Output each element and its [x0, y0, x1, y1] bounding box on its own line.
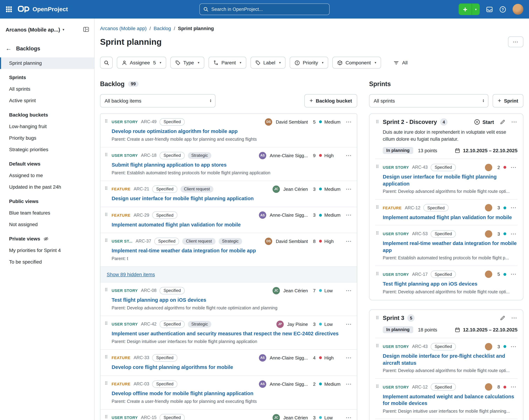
start-sprint-button[interactable]: Start [474, 119, 494, 125]
drag-handle-icon[interactable]: ⠿ [104, 414, 108, 420]
help-icon[interactable]: ? [499, 6, 506, 13]
user-avatar[interactable] [513, 4, 523, 15]
notifications-inbox-icon[interactable] [486, 6, 493, 13]
sidebar-item-to-be-specified[interactable]: To be specified [0, 256, 94, 268]
work-item-row[interactable]: ⠿FEATUREARC-29SpecifiedASAnne-Claire Sig… [100, 207, 357, 233]
more-menu-button[interactable]: ⋯ [510, 164, 517, 170]
sidebar-item-updated-in-the-past-24h[interactable]: Updated in the past 24h [0, 181, 94, 193]
sidebar-item-assigned-to-me[interactable]: Assigned to me [0, 170, 94, 181]
more-menu-button[interactable]: ⋯ [345, 415, 353, 420]
work-item-title-link[interactable]: Design user interface for mobile flight … [383, 174, 517, 187]
drag-handle-icon[interactable]: ⠿ [375, 343, 380, 374]
openproject-logo[interactable]: OpenProject [18, 6, 68, 13]
work-item-title-link[interactable]: Implement real-time weather data integra… [112, 248, 353, 255]
filter-label[interactable]: Label▾ [250, 57, 286, 68]
more-menu-button[interactable]: ⋯ [345, 238, 353, 244]
add-sprint-button[interactable]: +Sprint [492, 94, 523, 108]
work-item-row[interactable]: ⠿USER STORYARC-08SpecifiedJCJean Cérien7… [100, 283, 357, 316]
work-item-title-link[interactable]: Implement automated weight and balance c… [383, 393, 517, 407]
sidebar-item-sprint-planning[interactable]: Sprint planning [0, 57, 94, 69]
work-item-row[interactable]: ⠿USER STORYARC-43Specified2⋯Design user … [375, 159, 517, 199]
drag-handle-icon[interactable]: ⠿ [104, 287, 108, 311]
breadcrumb-project-link[interactable]: Arcanos (Mobile app) [100, 26, 146, 31]
collapse-sidebar-icon[interactable] [83, 26, 89, 33]
sidebar-item-all-sprints[interactable]: All sprints [0, 83, 94, 95]
more-menu-button[interactable]: ⋯ [345, 152, 353, 158]
edit-sprint-icon[interactable] [500, 315, 505, 321]
search-input[interactable] [211, 7, 326, 12]
work-item-row[interactable]: ⠿USER STORYARC-15SpecifiedJCJean Cérien3… [100, 409, 357, 420]
work-item-row[interactable]: ⠿USER STORYARC-49SpecifiedDSDavid Sembla… [100, 114, 357, 147]
work-item-title-link[interactable]: Design user interface for mobile flight … [112, 195, 353, 202]
drag-handle-icon[interactable]: ⠿ [375, 315, 380, 321]
show-hidden-items-link[interactable]: Show 89 hidden items [107, 272, 155, 277]
sidebar-item-low-hanging-fruit[interactable]: Low-hanging fruit [0, 121, 94, 132]
sidebar-item-priority-bugs[interactable]: Priority bugs [0, 132, 94, 144]
drag-handle-icon[interactable]: ⠿ [104, 212, 108, 228]
work-item-row[interactable]: ⠿USER STORYARC-17Specified5⋯Test flight … [375, 266, 517, 299]
more-menu-button[interactable]: ⋯ [345, 321, 353, 327]
drag-handle-icon[interactable]: ⠿ [375, 164, 380, 195]
sidebar-item-active-sprint[interactable]: Active sprint [0, 95, 94, 106]
drag-handle-icon[interactable]: ⠿ [104, 186, 108, 202]
work-item-title-link[interactable]: Submit flight planning application to ap… [112, 162, 353, 169]
work-item-row[interactable]: ⠿USER STORYARC-53Specified3⋯Implement re… [375, 225, 517, 266]
work-item-title-link[interactable]: Develop offline mode for mobile flight p… [112, 390, 353, 397]
chevron-down-icon[interactable]: ▾ [472, 3, 480, 15]
filter-all[interactable]: All [394, 60, 408, 66]
drag-handle-icon[interactable]: ⠿ [104, 119, 108, 142]
app-grid-icon[interactable] [6, 6, 12, 13]
work-item-row[interactable]: ⠿FEATUREARC-21SpecifiedClient requestJCJ… [100, 181, 357, 207]
work-item-row[interactable]: ⠿USER STORYARC-42SpecifiedStrategicJPJay… [100, 316, 357, 350]
filter-type[interactable]: Type▾ [170, 57, 204, 68]
work-item-row[interactable]: ⠿USER STORYARC-18SpecifiedStrategicASAnn… [100, 147, 357, 181]
quick-add-button[interactable]: +▾ [459, 3, 480, 15]
work-item-row[interactable]: ⠿USER STORYARC-43Specified3⋯Design mobil… [375, 338, 517, 378]
work-item-row[interactable]: ⠿FEATUREARC-03SpecifiedASAnne-Claire Sig… [100, 376, 357, 409]
work-item-row[interactable]: ⠿FEATUREARC-33SpecifiedASAnne-Claire Sig… [100, 350, 357, 376]
filter-component[interactable]: Component▾ [332, 57, 381, 68]
drag-handle-icon[interactable]: ⠿ [104, 152, 108, 176]
sidebar-item-blue-team-features[interactable]: Blue team features [0, 207, 94, 219]
more-menu-button[interactable]: ⋯ [511, 119, 517, 125]
drag-handle-icon[interactable]: ⠿ [104, 321, 108, 345]
filter-parent[interactable]: Parent▾ [209, 57, 246, 68]
drag-handle-icon[interactable]: ⠿ [375, 205, 380, 221]
more-menu-button[interactable]: ⋯ [345, 186, 353, 192]
work-item-title-link[interactable]: Implement user authentication and securi… [112, 331, 353, 338]
more-menu-button[interactable]: ⋯ [510, 271, 517, 277]
work-item-row[interactable]: ⠿FEATUREARC-12Specified3⋯Implement autom… [375, 199, 517, 225]
work-item-title-link[interactable]: Test flight planning app on iOS devices [383, 281, 517, 287]
drag-handle-icon[interactable]: ⠿ [104, 238, 108, 262]
more-menu-button[interactable]: ⋯ [345, 381, 353, 387]
filter-priority[interactable]: Priority▾ [290, 57, 328, 68]
edit-sprint-icon[interactable] [500, 119, 505, 125]
add-backlog-bucket-button[interactable]: +Backlog bucket [304, 94, 357, 108]
work-item-title-link[interactable]: Implement automated flight plan validati… [112, 221, 353, 228]
more-menu-button[interactable]: ⋯ [345, 355, 353, 361]
work-item-title-link[interactable]: Develop core flight planning algorithms … [112, 364, 353, 371]
search-filter-button[interactable] [100, 57, 113, 68]
drag-handle-icon[interactable]: ⠿ [375, 119, 380, 125]
backlogs-back-link[interactable]: ← Backlogs [0, 45, 94, 52]
drag-handle-icon[interactable]: ⠿ [104, 355, 108, 371]
breadcrumb-backlog-link[interactable]: Backlog [154, 26, 171, 31]
more-menu-button[interactable]: ⋯ [510, 231, 517, 237]
sprints-select[interactable]: All sprints ▲▼ [369, 94, 488, 108]
work-item-title-link[interactable]: Test flight planning app on iOS devices [112, 297, 353, 304]
work-item-row[interactable]: ⠿USER STORYARC-12Specified8⋯Implement au… [375, 378, 517, 419]
sidebar-item-my-priorities-for-sprint-4[interactable]: My priorities for Sprint 4 [0, 245, 94, 256]
more-menu-button[interactable]: ⋯ [345, 288, 353, 294]
more-menu-button[interactable]: ⋯ [345, 119, 353, 125]
work-item-title-link[interactable]: Develop route optimization algorithm for… [112, 128, 353, 135]
global-search[interactable] [199, 3, 330, 15]
sidebar-item-strategic-priorities[interactable]: Strategic priorities [0, 144, 94, 155]
work-item-title-link[interactable]: Implement real-time weather data integra… [383, 240, 517, 254]
page-more-button[interactable]: ⋯ [508, 36, 523, 47]
more-menu-button[interactable]: ⋯ [511, 315, 517, 321]
drag-handle-icon[interactable]: ⠿ [375, 231, 380, 261]
work-item-row[interactable]: ⠿USER ST...ARC-37SpecifiedClient request… [100, 233, 357, 267]
sidebar-item-not-assigned[interactable]: Not assigned [0, 219, 94, 230]
backlog-items-select[interactable]: All backlog items ▲▼ [100, 94, 215, 108]
more-menu-button[interactable]: ⋯ [510, 343, 517, 350]
